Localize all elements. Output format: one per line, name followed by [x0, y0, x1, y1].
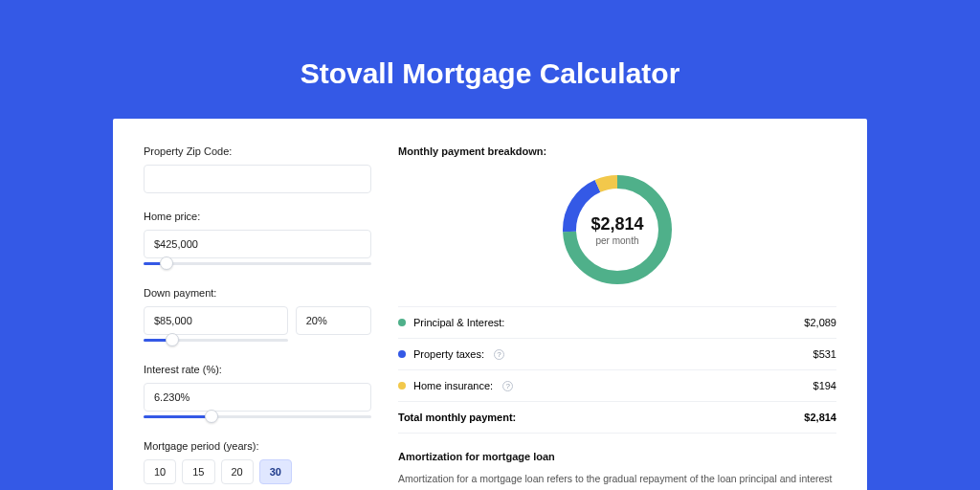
amortization-text: Amortization for a mortgage loan refers … [398, 472, 836, 490]
legend-dot [398, 319, 406, 326]
page-title: Stovall Mortgage Calculator [0, 0, 980, 119]
form-panel: Property Zip Code: Home price: Down paym… [144, 145, 371, 490]
interest-rate-input[interactable] [144, 383, 371, 412]
info-icon[interactable]: ? [502, 381, 513, 391]
legend: Principal & Interest:$2,089Property taxe… [398, 306, 836, 434]
period-btn-20[interactable]: 20 [221, 459, 254, 484]
home-price-group: Home price: [144, 211, 371, 270]
breakdown-title: Monthly payment breakdown: [398, 145, 836, 157]
zip-field-group: Property Zip Code: [144, 145, 371, 193]
results-panel: Monthly payment breakdown: $2,814 per mo… [398, 145, 836, 490]
legend-amount: $531 [813, 348, 836, 360]
legend-label: Home insurance: [413, 380, 493, 391]
legend-label: Principal & Interest: [413, 317, 504, 328]
legend-row: Home insurance:?$194 [398, 370, 836, 402]
interest-rate-label: Interest rate (%): [144, 364, 371, 375]
mortgage-period-group: Mortgage period (years): 10152030 [144, 440, 371, 484]
legend-total-row: Total monthly payment:$2,814 [398, 402, 836, 434]
calculator-card: Property Zip Code: Home price: Down paym… [113, 119, 867, 490]
period-options: 10152030 [144, 459, 371, 484]
legend-amount: $194 [813, 380, 836, 391]
period-btn-30[interactable]: 30 [259, 459, 292, 484]
legend-dot [398, 350, 406, 358]
period-btn-15[interactable]: 15 [182, 459, 214, 484]
down-payment-slider[interactable] [144, 337, 288, 346]
down-payment-input[interactable] [144, 306, 288, 335]
donut-amount: $2,814 [590, 214, 643, 234]
legend-total-label: Total monthly payment: [398, 412, 516, 423]
down-payment-pct-input[interactable] [296, 306, 371, 335]
period-btn-10[interactable]: 10 [144, 459, 176, 484]
slider-thumb[interactable] [205, 410, 218, 423]
legend-label: Property taxes: [413, 348, 484, 360]
home-price-label: Home price: [144, 211, 371, 222]
down-payment-group: Down payment: [144, 287, 371, 346]
zip-input[interactable] [144, 165, 371, 193]
legend-row: Principal & Interest:$2,089 [398, 307, 836, 339]
donut-chart: $2,814 per month [558, 170, 677, 289]
interest-rate-slider[interactable] [144, 413, 371, 423]
home-price-input[interactable] [144, 230, 371, 258]
down-payment-label: Down payment: [144, 287, 371, 299]
donut-sub: per month [595, 235, 638, 246]
legend-total-amount: $2,814 [804, 412, 836, 423]
amortization-section: Amortization for mortgage loan Amortizat… [398, 451, 836, 490]
legend-row: Property taxes:?$531 [398, 339, 836, 370]
legend-amount: $2,089 [804, 317, 836, 328]
slider-thumb[interactable] [160, 256, 173, 270]
info-icon[interactable]: ? [494, 349, 504, 360]
amortization-title: Amortization for mortgage loan [398, 451, 836, 462]
home-price-slider[interactable] [144, 260, 371, 270]
slider-thumb[interactable] [166, 333, 179, 346]
interest-rate-group: Interest rate (%): [144, 364, 371, 423]
donut-chart-wrap: $2,814 per month [398, 170, 836, 289]
mortgage-period-label: Mortgage period (years): [144, 440, 371, 452]
legend-dot [398, 382, 406, 390]
zip-label: Property Zip Code: [144, 145, 371, 157]
